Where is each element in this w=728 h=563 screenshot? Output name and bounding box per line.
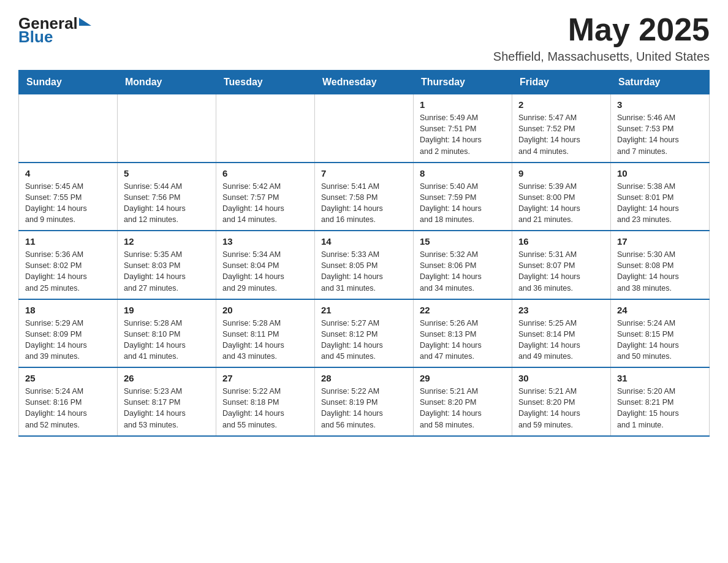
calendar-day-2: 2Sunrise: 5:47 AMSunset: 7:52 PMDaylight… bbox=[512, 94, 611, 163]
day-info: Sunrise: 5:26 AMSunset: 8:13 PMDaylight:… bbox=[420, 318, 506, 362]
day-number: 15 bbox=[420, 236, 506, 247]
day-info: Sunrise: 5:30 AMSunset: 8:08 PMDaylight:… bbox=[617, 249, 703, 294]
calendar-day-20: 20Sunrise: 5:28 AMSunset: 8:11 PMDayligh… bbox=[216, 299, 315, 368]
calendar-empty-cell bbox=[19, 94, 118, 163]
weekday-header-thursday: Thursday bbox=[414, 71, 512, 94]
day-number: 30 bbox=[518, 373, 604, 383]
calendar-day-10: 10Sunrise: 5:38 AMSunset: 8:01 PMDayligh… bbox=[611, 163, 710, 231]
calendar-day-18: 18Sunrise: 5:29 AMSunset: 8:09 PMDayligh… bbox=[19, 299, 118, 368]
day-info: Sunrise: 5:27 AMSunset: 8:12 PMDaylight:… bbox=[321, 318, 407, 362]
day-number: 21 bbox=[321, 305, 407, 315]
day-info: Sunrise: 5:29 AMSunset: 8:09 PMDaylight:… bbox=[25, 318, 111, 362]
weekday-header-saturday: Saturday bbox=[611, 71, 710, 94]
page-header: General Blue May 2025 Sheffield, Massach… bbox=[18, 12, 710, 64]
day-info: Sunrise: 5:45 AMSunset: 7:55 PMDaylight:… bbox=[25, 181, 111, 226]
calendar-day-4: 4Sunrise: 5:45 AMSunset: 7:55 PMDaylight… bbox=[19, 163, 118, 231]
logo: General Blue bbox=[18, 15, 91, 45]
calendar-week-1: 1Sunrise: 5:49 AMSunset: 7:51 PMDaylight… bbox=[19, 94, 710, 163]
day-info: Sunrise: 5:46 AMSunset: 7:53 PMDaylight:… bbox=[617, 112, 703, 157]
day-number: 1 bbox=[420, 99, 506, 110]
calendar-day-22: 22Sunrise: 5:26 AMSunset: 8:13 PMDayligh… bbox=[414, 299, 512, 368]
weekday-header-wednesday: Wednesday bbox=[315, 71, 414, 94]
calendar-day-5: 5Sunrise: 5:44 AMSunset: 7:56 PMDaylight… bbox=[118, 163, 216, 231]
day-number: 10 bbox=[617, 168, 703, 178]
day-info: Sunrise: 5:44 AMSunset: 7:56 PMDaylight:… bbox=[124, 181, 210, 226]
day-info: Sunrise: 5:22 AMSunset: 8:18 PMDaylight:… bbox=[222, 386, 308, 431]
day-info: Sunrise: 5:24 AMSunset: 8:15 PMDaylight:… bbox=[617, 318, 703, 362]
calendar-day-21: 21Sunrise: 5:27 AMSunset: 8:12 PMDayligh… bbox=[315, 299, 414, 368]
calendar-day-13: 13Sunrise: 5:34 AMSunset: 8:04 PMDayligh… bbox=[216, 231, 315, 299]
calendar-week-4: 18Sunrise: 5:29 AMSunset: 8:09 PMDayligh… bbox=[19, 299, 710, 368]
day-number: 12 bbox=[124, 236, 210, 247]
weekday-header-row: SundayMondayTuesdayWednesdayThursdayFrid… bbox=[19, 71, 710, 94]
calendar-empty-cell bbox=[315, 94, 414, 163]
day-info: Sunrise: 5:34 AMSunset: 8:04 PMDaylight:… bbox=[222, 249, 308, 294]
location-title: Sheffield, Massachusetts, United States bbox=[493, 50, 710, 64]
day-info: Sunrise: 5:40 AMSunset: 7:59 PMDaylight:… bbox=[420, 181, 506, 226]
calendar-day-19: 19Sunrise: 5:28 AMSunset: 8:10 PMDayligh… bbox=[118, 299, 216, 368]
day-number: 25 bbox=[25, 373, 111, 383]
day-number: 20 bbox=[222, 305, 308, 315]
day-info: Sunrise: 5:23 AMSunset: 8:17 PMDaylight:… bbox=[124, 386, 210, 431]
day-number: 18 bbox=[25, 305, 111, 315]
weekday-header-friday: Friday bbox=[512, 71, 611, 94]
day-number: 23 bbox=[518, 305, 604, 315]
day-info: Sunrise: 5:42 AMSunset: 7:57 PMDaylight:… bbox=[222, 181, 308, 226]
day-info: Sunrise: 5:28 AMSunset: 8:11 PMDaylight:… bbox=[222, 318, 308, 362]
calendar-day-14: 14Sunrise: 5:33 AMSunset: 8:05 PMDayligh… bbox=[315, 231, 414, 299]
calendar-day-23: 23Sunrise: 5:25 AMSunset: 8:14 PMDayligh… bbox=[512, 299, 611, 368]
day-number: 8 bbox=[420, 168, 506, 178]
calendar-day-11: 11Sunrise: 5:36 AMSunset: 8:02 PMDayligh… bbox=[19, 231, 118, 299]
calendar-week-3: 11Sunrise: 5:36 AMSunset: 8:02 PMDayligh… bbox=[19, 231, 710, 299]
calendar-day-26: 26Sunrise: 5:23 AMSunset: 8:17 PMDayligh… bbox=[118, 367, 216, 436]
day-number: 26 bbox=[124, 373, 210, 383]
weekday-header-tuesday: Tuesday bbox=[216, 71, 315, 94]
calendar-day-28: 28Sunrise: 5:22 AMSunset: 8:19 PMDayligh… bbox=[315, 367, 414, 436]
day-info: Sunrise: 5:47 AMSunset: 7:52 PMDaylight:… bbox=[518, 112, 604, 157]
day-info: Sunrise: 5:21 AMSunset: 8:20 PMDaylight:… bbox=[420, 386, 506, 431]
calendar-day-3: 3Sunrise: 5:46 AMSunset: 7:53 PMDaylight… bbox=[611, 94, 710, 163]
day-number: 27 bbox=[222, 373, 308, 383]
day-number: 4 bbox=[25, 168, 111, 178]
day-number: 22 bbox=[420, 305, 506, 315]
day-number: 16 bbox=[518, 236, 604, 247]
day-info: Sunrise: 5:25 AMSunset: 8:14 PMDaylight:… bbox=[518, 318, 604, 362]
calendar-week-5: 25Sunrise: 5:24 AMSunset: 8:16 PMDayligh… bbox=[19, 367, 710, 436]
calendar-day-7: 7Sunrise: 5:41 AMSunset: 7:58 PMDaylight… bbox=[315, 163, 414, 231]
calendar-day-30: 30Sunrise: 5:21 AMSunset: 8:20 PMDayligh… bbox=[512, 367, 611, 436]
day-number: 11 bbox=[25, 236, 111, 247]
day-number: 2 bbox=[518, 99, 604, 110]
calendar-day-17: 17Sunrise: 5:30 AMSunset: 8:08 PMDayligh… bbox=[611, 231, 710, 299]
calendar-day-1: 1Sunrise: 5:49 AMSunset: 7:51 PMDaylight… bbox=[414, 94, 512, 163]
logo-blue: Blue bbox=[18, 29, 91, 45]
calendar-empty-cell bbox=[216, 94, 315, 163]
title-block: May 2025 Sheffield, Massachusetts, Unite… bbox=[493, 12, 710, 64]
day-info: Sunrise: 5:49 AMSunset: 7:51 PMDaylight:… bbox=[420, 112, 506, 157]
day-info: Sunrise: 5:36 AMSunset: 8:02 PMDaylight:… bbox=[25, 249, 111, 294]
calendar-empty-cell bbox=[118, 94, 216, 163]
day-info: Sunrise: 5:31 AMSunset: 8:07 PMDaylight:… bbox=[518, 249, 604, 294]
calendar-day-8: 8Sunrise: 5:40 AMSunset: 7:59 PMDaylight… bbox=[414, 163, 512, 231]
calendar-day-29: 29Sunrise: 5:21 AMSunset: 8:20 PMDayligh… bbox=[414, 367, 512, 436]
day-number: 6 bbox=[222, 168, 308, 178]
calendar-table: SundayMondayTuesdayWednesdayThursdayFrid… bbox=[18, 70, 710, 437]
day-number: 31 bbox=[617, 373, 703, 383]
day-number: 14 bbox=[321, 236, 407, 247]
day-info: Sunrise: 5:21 AMSunset: 8:20 PMDaylight:… bbox=[518, 386, 604, 431]
calendar-day-31: 31Sunrise: 5:20 AMSunset: 8:21 PMDayligh… bbox=[611, 367, 710, 436]
calendar-day-16: 16Sunrise: 5:31 AMSunset: 8:07 PMDayligh… bbox=[512, 231, 611, 299]
day-info: Sunrise: 5:20 AMSunset: 8:21 PMDaylight:… bbox=[617, 386, 703, 431]
calendar-week-2: 4Sunrise: 5:45 AMSunset: 7:55 PMDaylight… bbox=[19, 163, 710, 231]
day-number: 17 bbox=[617, 236, 703, 247]
month-title: May 2025 bbox=[493, 12, 710, 47]
logo-arrow-icon bbox=[79, 18, 91, 26]
day-number: 9 bbox=[518, 168, 604, 178]
day-info: Sunrise: 5:39 AMSunset: 8:00 PMDaylight:… bbox=[518, 181, 604, 226]
day-info: Sunrise: 5:41 AMSunset: 7:58 PMDaylight:… bbox=[321, 181, 407, 226]
day-number: 7 bbox=[321, 168, 407, 178]
day-info: Sunrise: 5:32 AMSunset: 8:06 PMDaylight:… bbox=[420, 249, 506, 294]
calendar-day-12: 12Sunrise: 5:35 AMSunset: 8:03 PMDayligh… bbox=[118, 231, 216, 299]
calendar-day-9: 9Sunrise: 5:39 AMSunset: 8:00 PMDaylight… bbox=[512, 163, 611, 231]
day-info: Sunrise: 5:33 AMSunset: 8:05 PMDaylight:… bbox=[321, 249, 407, 294]
calendar-day-27: 27Sunrise: 5:22 AMSunset: 8:18 PMDayligh… bbox=[216, 367, 315, 436]
